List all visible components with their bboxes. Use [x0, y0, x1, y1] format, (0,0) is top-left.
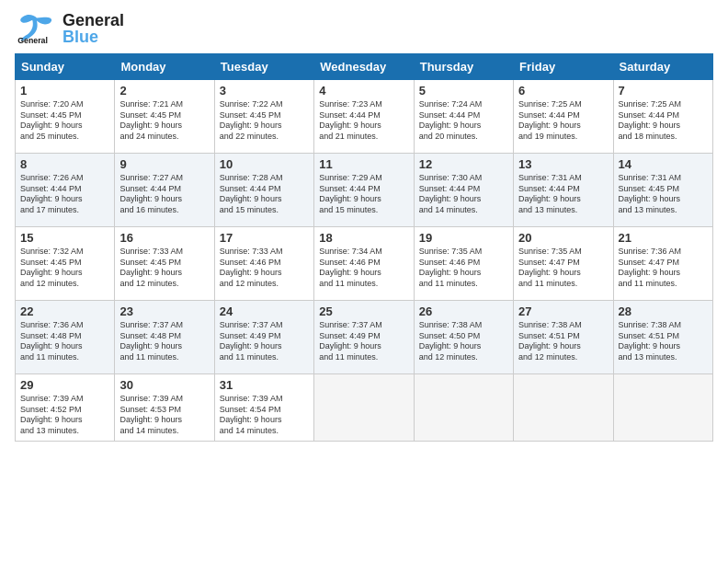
day-number: 29	[20, 378, 109, 392]
day-number: 24	[220, 304, 309, 318]
day-number: 18	[319, 231, 408, 245]
daylight-hours-label: Daylight: 9 hours	[319, 268, 408, 279]
daylight-minutes: and 11 minutes.	[518, 279, 608, 290]
calendar-cell: 15Sunrise: 7:32 AMSunset: 4:45 PMDayligh…	[16, 227, 115, 301]
header-row: SundayMondayTuesdayWednesdayThursdayFrid…	[16, 54, 713, 80]
sunset-time: Sunset: 4:44 PM	[518, 184, 608, 195]
calendar-cell	[613, 374, 712, 442]
daylight-minutes: and 11 minutes.	[419, 279, 508, 290]
daylight-hours-label: Daylight: 9 hours	[20, 121, 109, 132]
sunrise-time: Sunrise: 7:26 AM	[20, 173, 109, 184]
daylight-minutes: and 25 minutes.	[20, 132, 109, 143]
calendar-cell: 31Sunrise: 7:39 AMSunset: 4:54 PMDayligh…	[214, 374, 313, 442]
daylight-minutes: and 14 minutes.	[220, 426, 309, 437]
calendar-cell	[514, 374, 613, 442]
sunrise-time: Sunrise: 7:37 AM	[220, 320, 309, 331]
day-number: 3	[220, 84, 309, 98]
calendar-cell: 6Sunrise: 7:25 AMSunset: 4:44 PMDaylight…	[514, 80, 613, 154]
calendar-cell: 8Sunrise: 7:26 AMSunset: 4:44 PMDaylight…	[16, 154, 115, 227]
sunset-time: Sunset: 4:45 PM	[119, 110, 209, 121]
calendar-cell: 4Sunrise: 7:23 AMSunset: 4:44 PMDaylight…	[314, 80, 414, 154]
calendar-cell: 24Sunrise: 7:37 AMSunset: 4:49 PMDayligh…	[214, 301, 313, 374]
sunset-time: Sunset: 4:44 PM	[119, 184, 209, 195]
calendar-cell: 2Sunrise: 7:21 AMSunset: 4:45 PMDaylight…	[115, 80, 214, 154]
calendar-cell: 7Sunrise: 7:25 AMSunset: 4:44 PMDaylight…	[613, 80, 712, 154]
sunrise-time: Sunrise: 7:37 AM	[319, 320, 408, 331]
col-header-friday: Friday	[514, 54, 613, 80]
day-number: 27	[518, 304, 608, 318]
day-number: 13	[518, 157, 608, 171]
day-number: 6	[518, 84, 608, 98]
day-number: 12	[419, 157, 508, 171]
sunrise-time: Sunrise: 7:39 AM	[220, 394, 309, 405]
logo-general: General	[63, 12, 124, 29]
col-header-sunday: Sunday	[16, 54, 115, 80]
day-number: 23	[119, 304, 209, 318]
sunset-time: Sunset: 4:46 PM	[419, 258, 508, 269]
sunrise-time: Sunrise: 7:38 AM	[419, 320, 508, 331]
calendar-cell: 26Sunrise: 7:38 AMSunset: 4:50 PMDayligh…	[414, 301, 513, 374]
week-row-1: 1Sunrise: 7:20 AMSunset: 4:45 PMDaylight…	[16, 80, 713, 154]
daylight-minutes: and 12 minutes.	[419, 352, 508, 363]
sunset-time: Sunset: 4:44 PM	[319, 110, 408, 121]
daylight-minutes: and 12 minutes.	[220, 279, 309, 290]
sunset-time: Sunset: 4:45 PM	[619, 184, 708, 195]
sunrise-time: Sunrise: 7:28 AM	[220, 173, 309, 184]
calendar-cell: 16Sunrise: 7:33 AMSunset: 4:45 PMDayligh…	[115, 227, 214, 301]
sunrise-time: Sunrise: 7:39 AM	[20, 394, 109, 405]
daylight-hours-label: Daylight: 9 hours	[220, 194, 309, 205]
sunrise-time: Sunrise: 7:31 AM	[619, 173, 708, 184]
daylight-minutes: and 22 minutes.	[220, 132, 309, 143]
daylight-hours-label: Daylight: 9 hours	[319, 121, 408, 132]
calendar-cell: 19Sunrise: 7:35 AMSunset: 4:46 PMDayligh…	[414, 227, 513, 301]
sunrise-time: Sunrise: 7:39 AM	[119, 394, 209, 405]
sunset-time: Sunset: 4:52 PM	[20, 405, 109, 416]
header: General General Blue	[15, 11, 713, 46]
sunset-time: Sunset: 4:44 PM	[419, 184, 508, 195]
calendar-cell: 30Sunrise: 7:39 AMSunset: 4:53 PMDayligh…	[115, 374, 214, 442]
col-header-wednesday: Wednesday	[314, 54, 414, 80]
daylight-hours-label: Daylight: 9 hours	[119, 268, 209, 279]
sunrise-time: Sunrise: 7:21 AM	[119, 99, 209, 110]
col-header-thursday: Thursday	[414, 54, 513, 80]
day-number: 25	[319, 304, 408, 318]
calendar-cell: 18Sunrise: 7:34 AMSunset: 4:46 PMDayligh…	[314, 227, 414, 301]
day-number: 9	[119, 157, 209, 171]
daylight-hours-label: Daylight: 9 hours	[518, 121, 608, 132]
calendar-cell: 5Sunrise: 7:24 AMSunset: 4:44 PMDaylight…	[414, 80, 513, 154]
daylight-minutes: and 11 minutes.	[619, 279, 708, 290]
calendar-cell: 27Sunrise: 7:38 AMSunset: 4:51 PMDayligh…	[514, 301, 613, 374]
daylight-minutes: and 18 minutes.	[619, 132, 708, 143]
daylight-minutes: and 13 minutes.	[619, 205, 708, 216]
day-number: 5	[419, 84, 508, 98]
day-number: 31	[220, 378, 309, 392]
col-header-tuesday: Tuesday	[214, 54, 313, 80]
sunrise-time: Sunrise: 7:27 AM	[119, 173, 209, 184]
sunset-time: Sunset: 4:44 PM	[419, 110, 508, 121]
sunrise-time: Sunrise: 7:24 AM	[419, 99, 508, 110]
daylight-hours-label: Daylight: 9 hours	[419, 341, 508, 352]
sunset-time: Sunset: 4:53 PM	[119, 405, 209, 416]
daylight-minutes: and 16 minutes.	[119, 205, 209, 216]
sunset-time: Sunset: 4:47 PM	[619, 258, 708, 269]
sunrise-time: Sunrise: 7:38 AM	[619, 320, 708, 331]
daylight-hours-label: Daylight: 9 hours	[319, 194, 408, 205]
day-number: 1	[20, 84, 109, 98]
sunrise-time: Sunrise: 7:22 AM	[220, 99, 309, 110]
daylight-hours-label: Daylight: 9 hours	[220, 415, 309, 426]
daylight-minutes: and 11 minutes.	[319, 279, 408, 290]
sunset-time: Sunset: 4:46 PM	[220, 258, 309, 269]
day-number: 15	[20, 231, 109, 245]
day-number: 28	[619, 304, 708, 318]
sunrise-time: Sunrise: 7:34 AM	[319, 247, 408, 258]
logo-blue: Blue	[63, 29, 124, 45]
sunset-time: Sunset: 4:44 PM	[518, 110, 608, 121]
daylight-hours-label: Daylight: 9 hours	[619, 268, 708, 279]
daylight-hours-label: Daylight: 9 hours	[419, 268, 508, 279]
sunset-time: Sunset: 4:45 PM	[20, 110, 109, 121]
daylight-minutes: and 14 minutes.	[119, 426, 209, 437]
sunrise-time: Sunrise: 7:33 AM	[119, 247, 209, 258]
sunrise-time: Sunrise: 7:35 AM	[518, 247, 608, 258]
logo-icon: General	[15, 11, 59, 46]
sunset-time: Sunset: 4:51 PM	[518, 331, 608, 342]
